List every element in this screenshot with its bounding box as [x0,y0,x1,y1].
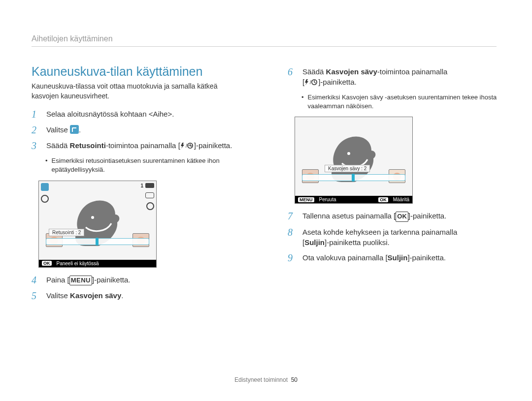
slider [302,174,405,181]
text: ]-painiketta puoliksi. [325,238,390,247]
text: Paina [ [46,276,69,284]
page-number: 50 [291,376,298,383]
text-bold: Suljin [388,253,408,262]
screen-footer: MENU Peruuta OK Määritä [295,196,412,203]
step-6: 6 Säädä Kasvojen sävy-toimintoa painamal… [288,66,500,88]
step-number: 5 [32,290,41,301]
svg-point-5 [347,152,350,155]
step-body: Säädä Kasvojen sävy-toimintoa painamalla… [302,66,447,88]
text: Säädä [46,141,70,150]
section-title: Kauneuskuva-tilan käyttäminen [32,64,263,79]
step-body: Selaa aloitusnäytössä kohtaan <Aihe>. [46,109,174,119]
step-body: Säädä Retusointi-toimintoa painamalla [/… [46,140,232,152]
step-6-bullet: • Esimerkiksi Kasvojen sävy -asetuksen s… [301,93,500,111]
step-3: 3 Säädä Retusointi-toimintoa painamalla … [32,140,263,152]
svg-text:/: / [186,143,187,149]
step-body: Valitse Kasvojen sävy. [46,290,123,301]
step-1: 1 Selaa aloitusnäytössä kohtaan <Aihe>. [32,109,263,120]
text: ]-painiketta. [408,212,447,220]
mode-icon [41,183,49,191]
text-bold: Kasvojen sävy [326,67,377,76]
retouch-screen-mock: 1 [38,181,157,268]
slider-label: Retusointi : 2 [49,229,84,236]
svg-point-2 [91,216,94,219]
text: Ota valokuva painamalla [ [302,253,388,262]
footer-text-cancel: Peruuta [319,197,336,202]
text: ]-painiketta. [318,78,357,86]
bullet-dot: • [301,93,304,111]
step-7: 7 Tallenna asetus painamalla [OK]-painik… [288,211,500,221]
text: Aseta kohde kehykseen ja tarkenna painam… [302,228,457,236]
text: -toimintoa painamalla [ [106,141,180,150]
text: ]-painiketta. [407,253,446,262]
page-footer: Edistyneet toiminnot 50 [0,376,532,383]
menu-button-label: MENU [69,276,92,285]
step-number: 6 [288,66,298,77]
step-number: 8 [288,227,298,238]
text: -toimintoa painamalla [377,67,448,76]
footer-text: Paneeli ei käytössä [57,261,99,266]
step-number: 3 [32,140,41,151]
no-flash-icon [146,202,154,210]
text: . [121,291,123,300]
step-body: Ota valokuva painamalla [Suljin]-painike… [302,252,446,263]
slider [46,238,149,245]
text: ]-painiketta. [92,276,131,284]
menu-chip: MENU [298,197,314,202]
bullet-dot: • [45,156,48,174]
battery-icon [145,183,154,188]
text: Valitse [46,291,70,300]
size-icon [145,192,154,198]
step-9: 9 Ota valokuva painamalla [Suljin]-paini… [288,252,500,263]
step-3-bullet: • Esimerkiksi retusointiasetuksen suuren… [45,156,263,174]
step-4: 4 Paina [MENU]-painiketta. [32,275,263,285]
ok-chip: OK [378,197,388,202]
text: Valitse [46,125,70,134]
footer-text-set: Määritä [393,197,409,202]
slider-handle [352,174,355,182]
section-intro: Kauneuskuva-tilassa voit ottaa muotokuvi… [32,82,238,101]
step-body: Paina [MENU]-painiketta. [46,275,131,285]
beauty-mode-icon [70,125,79,134]
text-bold: Kasvojen sävy [70,291,121,300]
text-bold: Retusointi [70,141,106,150]
text: ]-painiketta. [194,141,233,150]
step-number: 1 [32,109,41,120]
flash-timer-icon: / [304,78,318,88]
text-bold: Suljin [304,238,325,247]
face-detect-icon [41,195,49,203]
ok-chip: OK [42,261,52,266]
step-number: 4 [32,275,41,285]
step-number: 2 [32,124,41,135]
footer-section: Edistyneet toiminnot [234,376,288,383]
chapter-rule [32,46,497,47]
bullet-text: Esimerkiksi Kasvojen sävy -asetuksen suu… [308,93,500,111]
screen-footer: OK Paneeli ei käytössä [39,260,156,267]
step-2: 2 Valitse . [32,124,263,135]
chapter-title: Aihetilojen käyttäminen [32,34,500,43]
text: . [79,125,81,134]
step-5: 5 Valitse Kasvojen sävy. [32,290,263,301]
step-body: Aseta kohde kehykseen ja tarkenna painam… [302,227,457,247]
text: Säädä [302,67,326,76]
text: Tallenna asetus painamalla [ [302,212,396,220]
step-body: Valitse . [46,124,81,135]
ok-button-label: OK [396,212,408,221]
slider-handle [96,238,99,246]
step-body: Tallenna asetus painamalla [OK]-painiket… [302,211,446,221]
bullet-text: Esimerkiksi retusointiasetuksen suurenta… [52,156,263,174]
step-8: 8 Aseta kohde kehykseen ja tarkenna pain… [288,227,500,247]
face-tone-screen-mock: Kasvojen sävy : 2 MENU Peruuta OK Määrit… [295,117,413,204]
step-number: 7 [288,211,298,221]
slider-label: Kasvojen sävy : 2 [325,165,370,172]
flash-timer-icon: / [180,141,194,152]
count-label: 1 [140,183,143,188]
step-number: 9 [288,252,298,263]
svg-text:/: / [310,80,311,85]
